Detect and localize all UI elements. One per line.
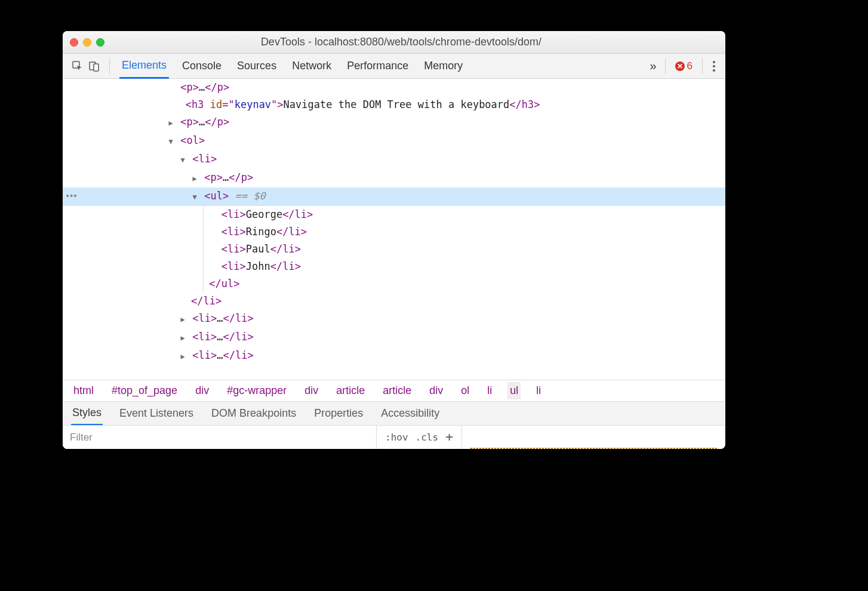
- new-style-rule-button[interactable]: +: [445, 429, 453, 444]
- hover-toggle-button[interactable]: :hov: [385, 432, 408, 443]
- dom-breadcrumbs: html#top_of_pagediv#gc-wrapperdivarticle…: [63, 380, 725, 401]
- device-toolbar-icon[interactable]: [87, 59, 102, 74]
- subtab-styles[interactable]: Styles: [71, 402, 103, 426]
- breadcrumb-item[interactable]: li: [534, 382, 543, 399]
- breadcrumb-item[interactable]: div: [193, 382, 211, 399]
- dom-node-li-item[interactable]: <li>John</li>: [63, 258, 725, 275]
- breadcrumb-item[interactable]: article: [380, 382, 414, 399]
- subtab-event-listeners[interactable]: Event Listeners: [118, 402, 195, 424]
- breadcrumb-item[interactable]: ul: [507, 382, 521, 399]
- dom-node-p[interactable]: ▶ <p>…</p>: [63, 169, 725, 187]
- panel-tabs: ElementsConsoleSourcesNetworkPerformance…: [113, 54, 645, 79]
- error-icon: ✕: [675, 61, 685, 71]
- dom-node-p-truncated[interactable]: <p>…</p>: [63, 79, 725, 96]
- dom-node-li-item[interactable]: <li>George</li>: [63, 206, 725, 223]
- cls-toggle-button[interactable]: .cls: [415, 432, 439, 443]
- tab-console[interactable]: Console: [180, 54, 224, 78]
- styles-filter-bar: :hov .cls +: [63, 425, 725, 449]
- subtab-accessibility[interactable]: Accessibility: [380, 402, 441, 424]
- dom-node-li[interactable]: ▶ <li>…</li>: [63, 328, 725, 347]
- error-count[interactable]: ✕ 6: [669, 60, 698, 72]
- close-window-button[interactable]: [70, 38, 78, 47]
- minimize-window-button[interactable]: [83, 38, 91, 47]
- tab-memory[interactable]: Memory: [421, 54, 465, 78]
- devtools-window: DevTools - localhost:8080/web/tools/chro…: [63, 31, 725, 449]
- titlebar: DevTools - localhost:8080/web/tools/chro…: [63, 31, 725, 54]
- breadcrumb-item[interactable]: #gc-wrapper: [224, 382, 289, 399]
- styles-filter-input[interactable]: [63, 426, 376, 449]
- breadcrumb-item[interactable]: div: [302, 382, 321, 399]
- dom-node-ul-close[interactable]: </ul>: [63, 275, 725, 293]
- window-title: DevTools - localhost:8080/web/tools/chro…: [114, 36, 688, 48]
- tab-network[interactable]: Network: [290, 54, 334, 78]
- dom-node-ol[interactable]: ▼ <ol>: [63, 132, 725, 150]
- styles-subtabs: StylesEvent ListenersDOM BreakpointsProp…: [63, 401, 725, 425]
- svg-rect-2: [94, 64, 99, 71]
- dom-node-li[interactable]: ▶ <li>…</li>: [63, 310, 725, 328]
- tab-performance[interactable]: Performance: [344, 54, 411, 78]
- edit-html-gutter-icon[interactable]: •••: [65, 187, 76, 205]
- breadcrumb-item[interactable]: li: [485, 382, 494, 399]
- dom-node-li[interactable]: ▶ <li>…</li>: [63, 347, 725, 365]
- dom-node-li[interactable]: ▼ <li>: [63, 150, 725, 169]
- dom-node-li-item[interactable]: <li>Ringo</li>: [63, 223, 725, 241]
- dom-node-li-item[interactable]: <li>Paul</li>: [63, 241, 725, 258]
- tab-elements[interactable]: Elements: [119, 54, 169, 79]
- inspect-element-icon[interactable]: [70, 59, 85, 74]
- traffic-lights: [70, 38, 104, 47]
- more-tabs-button[interactable]: »: [645, 59, 661, 73]
- breadcrumb-item[interactable]: html: [71, 382, 96, 399]
- box-model-placeholder: [461, 426, 725, 449]
- dom-node-h3[interactable]: <h3 id="keynav">Navigate the DOM Tree wi…: [63, 96, 725, 113]
- elements-dom-tree[interactable]: <p>…</p> <h3 id="keynav">Navigate the DO…: [63, 79, 725, 380]
- subtab-properties[interactable]: Properties: [313, 402, 364, 424]
- dom-node-ul-selected[interactable]: ▼ <ul> == $0•••: [63, 187, 725, 206]
- main-toolbar: ElementsConsoleSourcesNetworkPerformance…: [63, 54, 725, 79]
- main-menu-button[interactable]: [706, 59, 722, 74]
- breadcrumb-item[interactable]: article: [334, 382, 367, 399]
- zoom-window-button[interactable]: [96, 38, 104, 47]
- error-count-value: 6: [687, 60, 692, 72]
- breadcrumb-item[interactable]: #top_of_page: [109, 382, 180, 399]
- subtab-dom-breakpoints[interactable]: DOM Breakpoints: [210, 402, 297, 424]
- breadcrumb-item[interactable]: div: [427, 382, 445, 399]
- tab-sources[interactable]: Sources: [235, 54, 279, 78]
- dom-node-li-close[interactable]: </li>: [63, 293, 725, 310]
- breadcrumb-item[interactable]: ol: [458, 382, 472, 399]
- dom-node-p[interactable]: ▶ <p>…</p>: [63, 113, 725, 132]
